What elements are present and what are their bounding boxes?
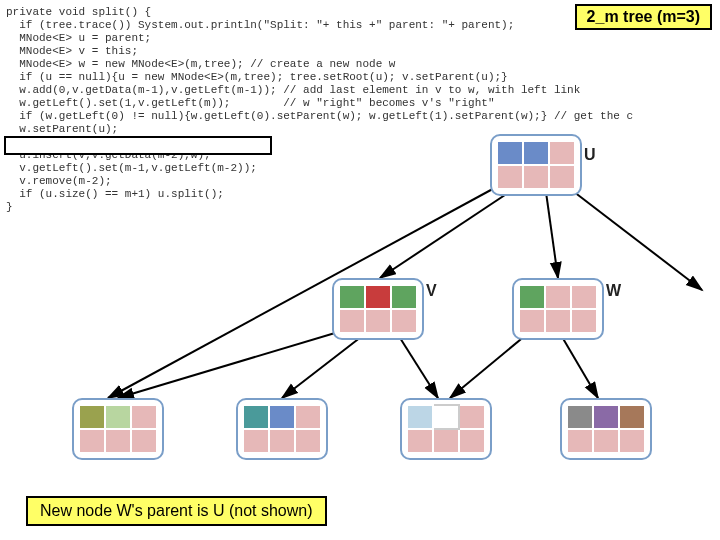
- leaf-2: [236, 398, 328, 460]
- title-box: 2_m tree (m=3): [575, 4, 712, 30]
- code-highlight: [4, 136, 272, 155]
- node-w: [512, 278, 604, 340]
- svg-line-4: [118, 330, 345, 398]
- svg-line-8: [558, 330, 598, 398]
- node-u-label: U: [584, 146, 596, 164]
- svg-line-6: [395, 330, 438, 398]
- leaf-1: [72, 398, 164, 460]
- node-w-label: W: [606, 282, 621, 300]
- svg-line-5: [282, 330, 370, 398]
- leaf-4: [560, 398, 652, 460]
- node-v-label: V: [426, 282, 437, 300]
- leaf-3: [400, 398, 492, 460]
- svg-line-0: [108, 185, 500, 398]
- caption-box: New node W's parent is U (not shown): [26, 496, 327, 526]
- svg-line-7: [450, 330, 532, 398]
- node-u: [490, 134, 582, 196]
- node-v: [332, 278, 424, 340]
